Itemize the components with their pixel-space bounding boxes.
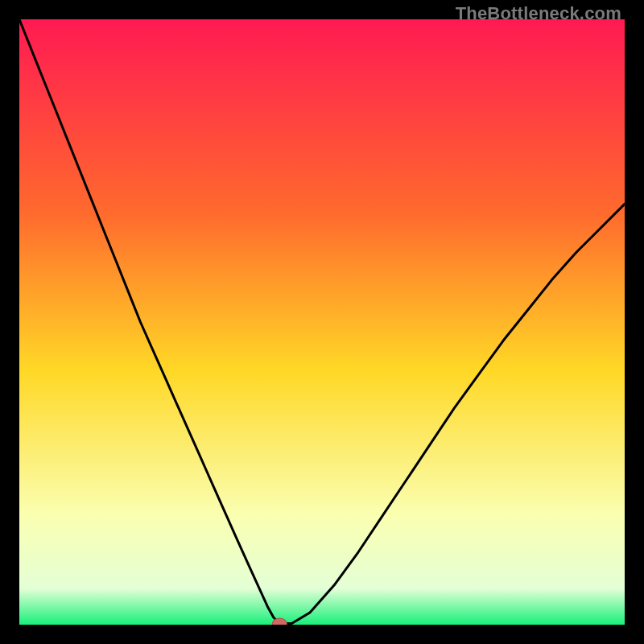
chart-svg: [19, 19, 625, 625]
plot-area: [19, 19, 625, 625]
gradient-background: [19, 19, 625, 625]
chart-frame: TheBottleneck.com: [0, 0, 644, 644]
